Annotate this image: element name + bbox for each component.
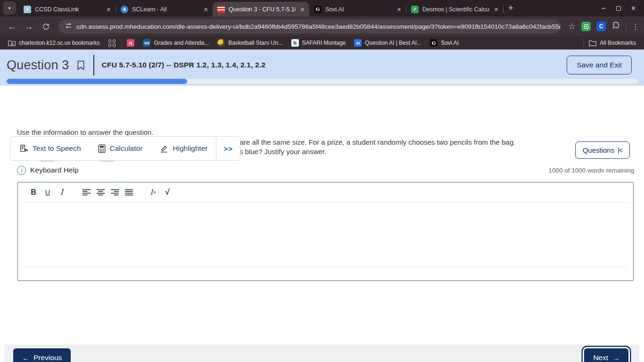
extension-c-icon[interactable]: C — [596, 22, 606, 31]
align-left-button[interactable] — [79, 185, 93, 199]
assessment-header: Question 3 CFU 5.7-5.10 (2/7) -- DSPR 1.… — [0, 49, 644, 86]
all-bookmarks-button[interactable]: All Bookmarks — [586, 38, 639, 48]
header-divider — [93, 55, 94, 75]
align-center-button[interactable] — [93, 185, 107, 199]
tab-sclearn[interactable]: a SCLearn - All × — [116, 2, 213, 16]
chevron-down-icon: ▾ — [8, 5, 11, 11]
calculator-icon — [98, 144, 106, 153]
bookmark-item[interactable]: SIS Grades and Attenda... — [140, 38, 212, 48]
flag-question-button[interactable] — [77, 60, 85, 70]
align-left-icon — [83, 189, 91, 196]
extension-green-icon[interactable] — [581, 22, 591, 31]
forward-icon[interactable]: → — [22, 19, 36, 33]
bookmark-label: Basketball Stars Un... — [228, 40, 282, 46]
bookmark-label: Grades and Attenda... — [154, 40, 209, 46]
hidden-panel-edge — [100, 161, 115, 162]
basketball-icon — [217, 39, 225, 47]
close-icon[interactable]: × — [299, 5, 305, 13]
folder-gear-icon — [8, 40, 16, 46]
window-close-icon[interactable]: × — [631, 4, 636, 13]
bookmark-favicon-safari: S — [291, 39, 299, 47]
collapse-left-icon: |< — [618, 147, 622, 154]
tab-separator — [503, 5, 504, 13]
desmos-favicon-icon: ✓ — [411, 6, 419, 13]
tab-title: Desmos | Scientific Calculator — [422, 6, 489, 13]
accessibility-toolbar: Text to Speech Calculator Highlighter >> — [10, 136, 240, 161]
extensions-puzzle-icon[interactable] — [611, 21, 620, 32]
tab-desmos[interactable]: ✓ Desmos | Scientific Calculator × — [406, 2, 503, 16]
hidden-panel-edge — [40, 161, 54, 162]
bookmark-item[interactable]: Basketball Stars Un... — [214, 38, 286, 48]
justify-icon — [125, 189, 133, 196]
close-icon[interactable]: × — [106, 5, 112, 13]
bookmark-item[interactable]: S SAFARI Montage — [288, 38, 349, 48]
folder-icon — [589, 40, 596, 46]
italic-button[interactable]: I — [55, 185, 69, 199]
bookmark-favicon-n: n — [127, 39, 134, 47]
bold-button[interactable]: B — [26, 185, 41, 199]
text-to-speech-label: Text to Speech — [33, 144, 81, 153]
tab-ccsd-classlink[interactable]: CCSD ClassLink × — [19, 2, 116, 16]
justify-button[interactable] — [122, 185, 136, 199]
site-info-icon[interactable] — [65, 22, 72, 31]
next-label: Next — [593, 354, 608, 362]
answer-editor: B U I I× √ — [17, 182, 634, 281]
underline-button[interactable]: U — [41, 185, 55, 199]
math-sqrt-button[interactable]: √ — [160, 185, 174, 199]
ccsd-favicon-icon — [24, 6, 31, 13]
tab-title: Question 3 - CFU 5.7-5.10 (2/7) — [229, 6, 296, 13]
next-button[interactable]: Next → — [584, 348, 628, 362]
questions-label: Questions — [583, 146, 615, 154]
restore-icon[interactable] — [616, 6, 621, 11]
back-icon[interactable]: ← — [5, 19, 19, 33]
save-and-exit-button[interactable]: Save and Exit — [567, 56, 632, 74]
bookmark-item[interactable]: AI Question AI | Best AI... — [351, 38, 425, 48]
browser-tab-strip: ▾ CCSD ClassLink × a SCLearn - All × Que… — [0, 0, 644, 16]
calculator-button[interactable]: Calculator — [90, 137, 151, 160]
align-right-button[interactable] — [107, 185, 122, 199]
answer-text-area[interactable] — [23, 203, 628, 267]
chevrons-right-icon: >> — [223, 145, 233, 153]
window-controls: − × — [601, 4, 641, 16]
address-bar[interactable]: cdn.assess.prod.mheducation.com/dle-asse… — [58, 19, 561, 33]
tab-sovi[interactable]: G Sovi.AI × — [309, 2, 406, 16]
new-tab-button[interactable]: + — [508, 3, 513, 13]
standard-label: CFU 5.7-5.10 (2/7) -- DSPR 1.2, 1.3, 1.4… — [102, 61, 266, 69]
sovi-favicon-icon: G — [314, 6, 322, 13]
bookmark-favicon-sovi: G — [430, 39, 438, 47]
tab-search-button[interactable]: ▾ — [3, 1, 16, 15]
questions-panel-button[interactable]: Questions |< — [575, 141, 630, 159]
bookmarks-bar: charleston.k12.sc.us bookmarks n SIS Gra… — [0, 36, 644, 49]
info-icon[interactable]: i — [17, 166, 26, 175]
bookmarks-divider — [583, 39, 584, 47]
arrow-right-icon: → — [612, 354, 619, 362]
question-navigation-bar: ← Previous Next → — [5, 345, 639, 362]
previous-button[interactable]: ← Previous — [13, 348, 71, 362]
bookmark-star-icon[interactable]: ☆ — [568, 21, 576, 32]
clear-formatting-button[interactable]: I× — [146, 185, 160, 199]
highlighter-button[interactable]: Highlighter — [151, 137, 216, 160]
bookmarks-folder[interactable]: charleston.k12.sc.us bookmarks — [5, 38, 103, 48]
minimize-icon[interactable]: − — [601, 4, 605, 13]
tab-title: SCLearn - All — [132, 6, 199, 13]
bookmark-item[interactable]: G Sovi.AI — [427, 38, 462, 48]
close-icon[interactable]: × — [203, 5, 209, 13]
bookmark-item[interactable]: n — [124, 38, 138, 48]
more-tools-button[interactable]: >> — [216, 137, 240, 160]
align-right-icon — [111, 189, 119, 196]
keyboard-help-link[interactable]: Keyboard Help — [30, 166, 79, 174]
tab-question-active[interactable]: Question 3 - CFU 5.7-5.10 (2/7) × — [213, 2, 309, 16]
close-icon[interactable]: × — [396, 5, 402, 13]
reload-icon[interactable] — [39, 19, 53, 33]
apps-grid-icon[interactable] — [105, 39, 119, 48]
close-icon[interactable]: × — [493, 5, 499, 13]
toolbar-divider — [626, 22, 626, 31]
all-bookmarks-label: All Bookmarks — [600, 40, 636, 46]
browser-menu-icon[interactable]: ⋮ — [632, 22, 639, 31]
text-to-speech-button[interactable]: Text to Speech — [11, 137, 90, 160]
editor-footer — [18, 267, 633, 280]
tab-title: Sovi.AI — [325, 6, 392, 13]
page-title: Question 3 — [7, 58, 69, 73]
bookmark-label: Sovi.AI — [441, 40, 459, 46]
editor-toolbar: B U I I× √ — [18, 182, 633, 202]
